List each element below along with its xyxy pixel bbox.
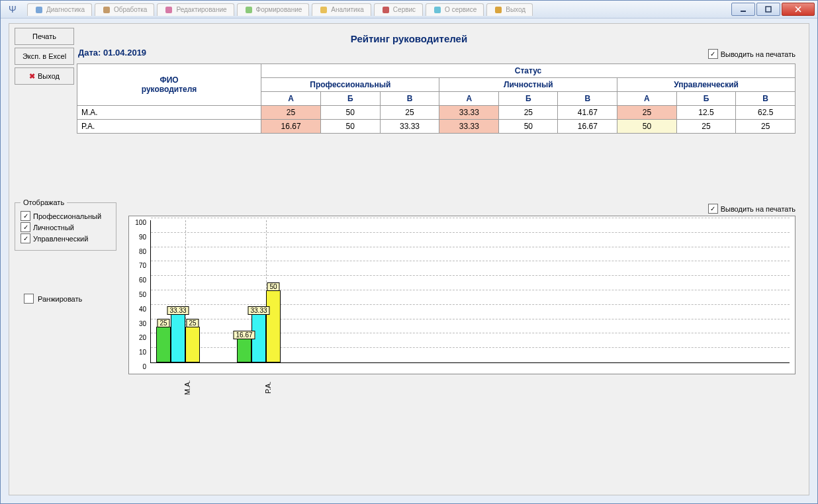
window-close-button[interactable]	[782, 3, 815, 16]
col-sub: А	[439, 92, 499, 106]
y-tick-label: 10	[139, 349, 146, 356]
chart-area: 0102030405060708090100 2533.3325М.А.16.6…	[128, 216, 795, 374]
rank-checkbox[interactable]: Ранжировать	[24, 294, 82, 304]
display-option-label: Профессиональный	[33, 212, 101, 220]
title-tab[interactable]: Формирование	[237, 3, 310, 16]
cell-value: 33.33	[439, 120, 499, 134]
title-tab[interactable]: О сервисе	[426, 3, 484, 16]
cell-value: 33.33	[380, 120, 439, 134]
title-tab[interactable]: Аналитика	[312, 3, 371, 16]
y-tick-label: 50	[139, 291, 146, 298]
title-tab[interactable]: Обработка	[95, 3, 154, 16]
bar-value-label: 25	[186, 319, 199, 327]
cell-value: 62.5	[736, 106, 795, 120]
col-status: Статус	[261, 64, 795, 78]
tab-label: О сервисе	[445, 6, 477, 13]
display-option-label: Управленческий	[33, 235, 88, 243]
chart-bar: 16.67	[237, 339, 251, 362]
col-sub: В	[736, 92, 795, 106]
print-output-checkbox-top[interactable]: Выводить на печатать	[708, 49, 795, 59]
svg-rect-5	[320, 7, 327, 13]
chart-gridline	[151, 232, 790, 233]
tab-icon	[102, 5, 111, 15]
y-tick-label: 80	[139, 247, 146, 255]
y-tick-label: 20	[139, 334, 146, 341]
display-option-checkbox[interactable]: Личностный	[21, 222, 111, 232]
title-tab[interactable]: Редактирование	[157, 3, 234, 16]
title-tab[interactable]: Диагностика	[27, 3, 92, 16]
col-sub: В	[380, 92, 439, 106]
cell-value: 25	[676, 120, 736, 134]
svg-text:Ψ: Ψ	[9, 4, 17, 15]
svg-rect-2	[103, 7, 110, 13]
chart-bar: 50	[266, 290, 281, 362]
chart-gridline	[151, 218, 790, 218]
bar-group: 16.6733.3350Р.А.	[237, 290, 281, 362]
tab-label: Выход	[506, 6, 525, 13]
cell-value: 33.33	[439, 106, 499, 120]
close-x-icon: ✖	[29, 72, 35, 81]
cell-name: Р.А.	[77, 120, 261, 134]
display-options-group: Отображать ПрофессиональныйЛичностныйУпр…	[15, 202, 116, 251]
bar-value-label: 50	[267, 282, 279, 291]
print-button-label: Печать	[32, 32, 56, 40]
col-group: Личностный	[439, 78, 617, 92]
tab-label: Диагностика	[46, 6, 85, 13]
print-check-label-2: Выводить на печатать	[721, 205, 795, 213]
window-maximize-button[interactable]	[756, 3, 780, 16]
checkbox-icon	[708, 204, 718, 214]
col-sub: А	[617, 92, 676, 106]
bar-value-label: 33.33	[248, 306, 269, 315]
tab-icon	[319, 5, 328, 15]
chart-gridline	[151, 275, 790, 276]
col-group: Управленческий	[617, 78, 795, 92]
exit-button[interactable]: ✖ Выход	[15, 67, 74, 85]
tab-label: Аналитика	[331, 6, 364, 13]
cell-value: 16.67	[261, 120, 321, 134]
y-tick-label: 70	[139, 262, 146, 269]
print-check-label: Выводить на печатать	[721, 50, 795, 58]
tab-icon	[381, 5, 390, 15]
y-tick-label: 90	[139, 233, 146, 240]
cell-value: 50	[321, 106, 381, 120]
x-category-label: Р.А.	[264, 366, 272, 409]
print-output-checkbox-chart[interactable]: Выводить на печатать	[708, 204, 795, 214]
cell-value: 16.67	[558, 120, 617, 134]
y-tick-label: 30	[139, 319, 146, 327]
cell-value: 50	[499, 120, 558, 134]
x-category-label: М.А.	[183, 366, 191, 409]
print-button[interactable]: Печать	[15, 28, 74, 45]
app-window: Ψ ДиагностикаОбработкаРедактированиеФорм…	[0, 0, 818, 504]
chart-bar: 33.33	[171, 314, 185, 362]
display-option-checkbox[interactable]: Профессиональный	[21, 211, 111, 221]
display-group-title: Отображать	[21, 198, 67, 206]
rating-table: ФИОруководителяСтатусПрофессиональныйЛич…	[77, 63, 795, 134]
checkbox-icon	[21, 211, 30, 221]
exit-button-label: Выход	[38, 72, 60, 80]
col-person: ФИОруководителя	[77, 64, 261, 106]
table-row: Р.А.16.675033.3333.335016.67502525	[77, 120, 795, 134]
svg-rect-4	[246, 7, 252, 13]
col-group: Профессиональный	[261, 78, 439, 92]
checkbox-icon	[21, 233, 30, 243]
bar-value-label: 25	[157, 319, 169, 327]
display-option-label: Личностный	[33, 224, 74, 231]
svg-rect-1	[36, 7, 42, 13]
checkbox-icon	[708, 49, 718, 59]
y-tick-label: 0	[142, 363, 146, 370]
col-sub: В	[558, 92, 617, 106]
svg-rect-3	[165, 7, 172, 13]
window-minimize-button[interactable]	[731, 3, 755, 16]
cell-value: 41.67	[558, 106, 617, 120]
display-option-checkbox[interactable]: Управленческий	[21, 233, 111, 243]
page-title: Рейтинг руководителей	[15, 33, 803, 44]
side-buttons: Печать Эксп. в Excel ✖ Выход	[15, 28, 74, 85]
title-tab[interactable]: Сервис	[374, 3, 423, 16]
tab-label: Обработка	[114, 6, 147, 13]
titlebar: Ψ ДиагностикаОбработкаРедактированиеФорм…	[1, 1, 817, 19]
title-tab[interactable]: Выход	[486, 3, 533, 16]
col-sub: Б	[499, 92, 558, 106]
tab-label: Формирование	[256, 6, 302, 13]
export-excel-button[interactable]: Эксп. в Excel	[15, 48, 74, 65]
col-sub: Б	[321, 92, 381, 106]
